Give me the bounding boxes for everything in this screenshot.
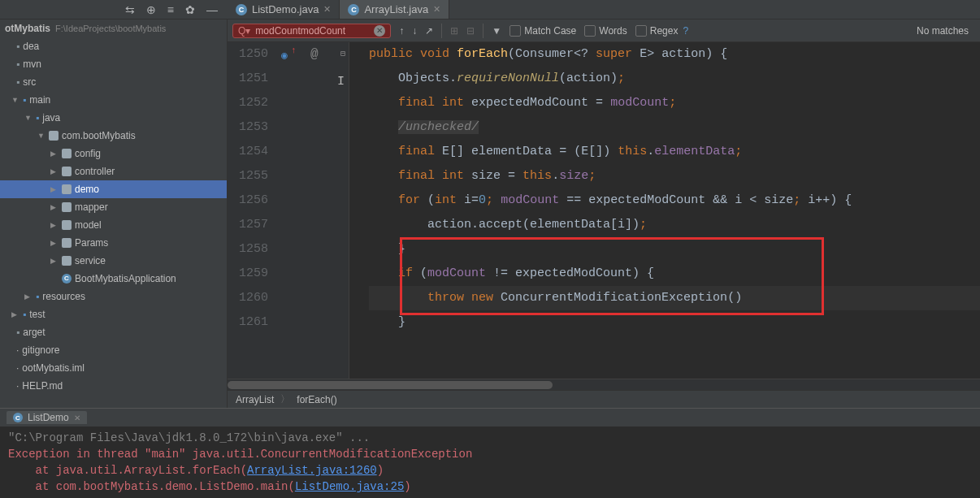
tree-item-test[interactable]: ▶▪test xyxy=(0,305,227,323)
close-icon[interactable]: ✕ xyxy=(433,4,440,15)
gear-icon[interactable]: ✿ xyxy=(185,3,195,16)
target-icon[interactable]: ⊕ xyxy=(146,3,156,16)
folder-icon: ▪ xyxy=(23,91,26,109)
tab-arraylist[interactable]: C ArrayList.java ✕ xyxy=(340,0,449,19)
console-tabs: C ListDemo ✕ xyxy=(0,409,980,427)
tree-label: mvn xyxy=(23,55,41,73)
code-line[interactable]: action.accept(elementData[i]); xyxy=(369,213,980,237)
package-icon xyxy=(62,202,72,212)
console-output[interactable]: "C:\Program Files\Java\jdk1.8.0_172\bin\… xyxy=(0,427,980,498)
line-number: 1256 xyxy=(228,188,268,213)
override-marker-icon[interactable]: ◉ xyxy=(281,49,288,62)
prev-match-icon[interactable]: ↑ xyxy=(399,25,404,37)
line-number: 1259 xyxy=(228,262,268,286)
tab-label: ListDemo.java xyxy=(252,3,319,15)
filter-icon[interactable]: ▼ xyxy=(492,25,501,37)
tree-item-help-md[interactable]: ·HELP.md xyxy=(0,377,227,395)
console-tab-listdemo[interactable]: C ListDemo ✕ xyxy=(7,411,87,424)
tree-item-bootmybatisapplication[interactable]: CBootMybatisApplication xyxy=(0,270,227,288)
minimize-icon[interactable]: — xyxy=(206,3,218,16)
code-line[interactable]: } xyxy=(369,310,980,335)
close-icon[interactable]: ✕ xyxy=(74,414,80,422)
top-toolbar: ⇆ ⊕ ≡ ✿ — C ListDemo.java ✕ C ArrayList.… xyxy=(0,0,980,19)
close-icon[interactable]: ✕ xyxy=(323,4,331,15)
regex-option[interactable]: Regex? xyxy=(635,25,688,37)
line-number: 1254 xyxy=(228,140,268,164)
horizontal-scrollbar[interactable] xyxy=(228,379,980,390)
tree-item-model[interactable]: ▶model xyxy=(0,216,227,234)
code-line[interactable]: public void forEach(Consumer<? super E> … xyxy=(369,42,980,67)
match-case-option[interactable]: Match Case xyxy=(510,25,576,37)
code-line[interactable]: } xyxy=(369,237,980,262)
tree-item-gitignore[interactable]: ·gitignore xyxy=(0,341,227,359)
tree-label: service xyxy=(75,252,106,270)
search-input-wrap: Q▾ ✕ xyxy=(232,24,391,38)
up-arrow-icon: ↑ xyxy=(291,45,297,55)
clear-search-icon[interactable]: ✕ xyxy=(374,25,385,37)
tab-label: ArrayList.java xyxy=(364,3,428,15)
tree-item-controller[interactable]: ▶controller xyxy=(0,162,227,180)
tree-item-src[interactable]: ▪src xyxy=(0,73,227,91)
line-gutter: 1250125112521253125412551256125712581259… xyxy=(228,42,276,379)
code-area[interactable]: public void forEach(Consumer<? super E> … xyxy=(349,42,980,379)
folder-icon: ▪ xyxy=(36,109,39,127)
code-line[interactable]: for (int i=0; modCount == expectedModCou… xyxy=(369,188,980,213)
select-all-icon[interactable]: ⊟ xyxy=(466,25,475,37)
tree-item-ootmybatis-iml[interactable]: ·ootMybatis.iml xyxy=(0,359,227,377)
folder-icon: ▪ xyxy=(16,73,20,91)
java-class-icon: C xyxy=(62,274,72,284)
folder-icon: ▪ xyxy=(16,37,20,55)
tab-listdemo[interactable]: C ListDemo.java ✕ xyxy=(228,0,340,19)
code-line[interactable]: final int expectedModCount = modCount; xyxy=(369,91,980,115)
tree-item-mvn[interactable]: ▪mvn xyxy=(0,55,227,73)
tree-item-java[interactable]: ▼▪java xyxy=(0,109,227,127)
words-option[interactable]: Words xyxy=(584,25,627,37)
code-line[interactable]: if (modCount != expectedModCount) { xyxy=(369,262,980,286)
tree-label: model xyxy=(75,216,102,234)
code-line[interactable]: Objects.requireNonNull(action); xyxy=(369,67,980,91)
tree-item-main[interactable]: ▼▪main xyxy=(0,91,227,109)
collapse-icon[interactable]: ≡ xyxy=(167,3,174,16)
breadcrumb[interactable]: ArrayList 〉 forEach() xyxy=(228,390,980,408)
code-line[interactable]: /unchecked/ xyxy=(369,115,980,140)
add-selection-icon[interactable]: ⊞ xyxy=(450,25,458,37)
project-sidebar: otMybatis F:\IdeaProjects\bootMybatis ▪d… xyxy=(0,19,228,408)
tree-item-arget[interactable]: ▪arget xyxy=(0,323,227,341)
tree-item-mapper[interactable]: ▶mapper xyxy=(0,198,227,216)
next-match-icon[interactable]: ↓ xyxy=(412,25,417,37)
tree-item-config[interactable]: ▶config xyxy=(0,145,227,162)
tree-item-com-bootmybatis[interactable]: ▼com.bootMybatis xyxy=(0,127,227,145)
tree-label: com.bootMybatis xyxy=(62,127,136,145)
package-icon xyxy=(62,220,72,230)
line-number: 1258 xyxy=(228,237,268,262)
package-icon xyxy=(62,184,72,194)
tree-item-dea[interactable]: ▪dea xyxy=(0,37,227,55)
tree-label: dea xyxy=(23,37,39,55)
tree-label: config xyxy=(75,145,101,162)
tree-item-params[interactable]: ▶Params xyxy=(0,234,227,252)
project-header[interactable]: otMybatis F:\IdeaProjects\bootMybatis xyxy=(0,19,227,37)
tree-item-service[interactable]: ▶service xyxy=(0,252,227,270)
tree-label: src xyxy=(23,73,36,91)
stack-link[interactable]: ArrayList.java:1260 xyxy=(247,464,377,477)
folder-icon: ▪ xyxy=(36,288,39,305)
find-bar: Q▾ ✕ ↑ ↓ ↗ ⊞ ⊟ ▼ Match Case Words Regex? xyxy=(228,19,980,42)
stack-link[interactable]: ListDemo.java:25 xyxy=(295,480,404,493)
code-line[interactable]: throw new ConcurrentModificationExceptio… xyxy=(369,286,980,310)
code-line[interactable]: final E[] elementData = (E[]) this.eleme… xyxy=(369,140,980,164)
tree-item-resources[interactable]: ▶▪resources xyxy=(0,288,227,305)
editor-body[interactable]: 1250125112521253125412551256125712581259… xyxy=(228,42,980,379)
search-input[interactable] xyxy=(255,25,369,37)
export-icon[interactable]: ↗ xyxy=(425,25,433,37)
line-number: 1250 xyxy=(228,42,268,67)
scrollbar-thumb[interactable] xyxy=(228,381,553,389)
tree-label: controller xyxy=(75,162,115,180)
code-line[interactable]: final int size = this.size; xyxy=(369,164,980,188)
fold-icon[interactable]: ⊟ xyxy=(340,49,345,58)
file-icon: · xyxy=(16,341,19,359)
tree-label: main xyxy=(29,91,50,109)
tree-item-demo[interactable]: ▶demo xyxy=(0,180,227,198)
package-icon xyxy=(62,256,72,266)
horizontal-sliders-icon[interactable]: ⇆ xyxy=(125,3,135,16)
file-icon: · xyxy=(16,377,19,395)
